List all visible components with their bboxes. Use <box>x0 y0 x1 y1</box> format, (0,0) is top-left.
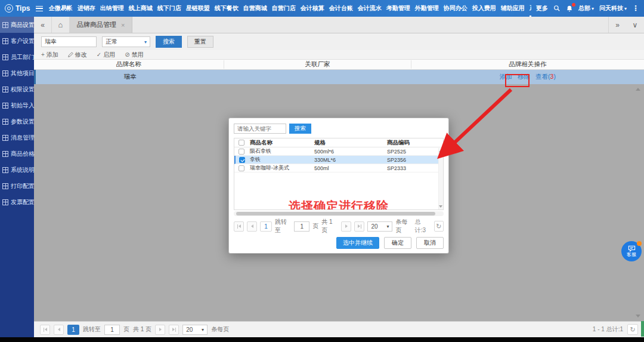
modal-vertical-scrollbar[interactable] <box>438 148 443 209</box>
nav-item-16[interactable]: 辅助应用 <box>501 0 525 17</box>
sidebar-item-invoice-config[interactable]: 发票配置 <box>0 194 34 210</box>
row-view-link[interactable]: 查看(3) <box>535 73 556 81</box>
nav-item-4[interactable]: 线下门店 <box>157 0 181 17</box>
nav-item-6[interactable]: 线下餐饮 <box>215 0 239 17</box>
brand: Tips <box>5 4 30 13</box>
modal-row-iced-americano[interactable]: 瑞幸咖啡-冰美式 500ml SP2333 <box>234 164 443 172</box>
close-icon[interactable]: × <box>121 21 125 29</box>
row-checkbox[interactable] <box>239 165 244 171</box>
jump-page-input[interactable] <box>104 325 120 335</box>
service-label: 客服 <box>627 252 636 257</box>
nav-item-2[interactable]: 出纳管理 <box>100 0 124 17</box>
scrollbar-down-icon[interactable] <box>439 205 442 208</box>
sidebar-item-product-settings[interactable]: 商品设置 <box>0 17 34 33</box>
tab-brand-product-management[interactable]: 品牌商品管理 × <box>70 17 132 33</box>
grid-icon <box>2 183 8 189</box>
modal-search-button[interactable]: 搜索 <box>289 124 311 134</box>
modal-search-row: 搜索 <box>234 122 444 134</box>
last-page-button[interactable] <box>169 325 179 335</box>
sidebar-item-parameter-settings[interactable]: 参数设置 <box>0 113 34 130</box>
nav-item-10[interactable]: 会计台账 <box>329 0 353 17</box>
add-button[interactable]: +添加 <box>41 51 58 59</box>
total-pages-label: 共 1 页 <box>133 325 151 334</box>
keyword-input[interactable] <box>41 36 97 47</box>
nav-item-11[interactable]: 会计流水 <box>358 0 382 17</box>
reset-button[interactable]: 重置 <box>187 36 213 48</box>
chevron-down-icon: ▾ <box>144 39 147 45</box>
search-icon[interactable] <box>553 5 561 12</box>
table-row-ruixing[interactable]: 瑞幸 添加 移除 查看(3) <box>34 70 644 84</box>
collapse-tabs-icon[interactable]: « <box>34 17 52 33</box>
edit-button[interactable]: 修改 <box>68 51 87 59</box>
per-page-select[interactable]: 20▾ <box>367 221 392 232</box>
row-actions: 添加 移除 查看(3) <box>411 73 644 81</box>
status-select[interactable]: 正常 ▾ <box>102 36 150 47</box>
sidebar-item-print-config[interactable]: 打印配置 <box>0 178 34 194</box>
customer-service-button[interactable]: 客服 <box>621 241 642 261</box>
row-remove-link[interactable]: 移除 <box>518 73 530 81</box>
prev-page-button[interactable] <box>54 325 64 335</box>
hamburger-menu-icon[interactable] <box>36 6 42 11</box>
expand-tabs-icon[interactable]: » <box>608 17 626 33</box>
nav-item-14[interactable]: 协同办公 <box>444 0 467 17</box>
modal-keyword-input[interactable] <box>234 124 286 134</box>
sidebar-item-customer-settings[interactable]: 客户设置 <box>0 33 34 49</box>
nav-item-5[interactable]: 星链联盟 <box>186 0 210 17</box>
home-icon[interactable]: ⌂ <box>52 17 70 33</box>
sidebar-item-product-price[interactable]: 商品价格 <box>0 146 34 162</box>
notification-bell-icon[interactable] <box>566 5 573 13</box>
sidebar-item-staff-dept[interactable]: 员工部门 <box>0 49 34 65</box>
cancel-button[interactable]: 取消 <box>416 237 444 249</box>
modal-row-meteorite-latte[interactable]: 陨石拿铁 500ml*6 SP2525 <box>234 147 443 156</box>
refresh-icon[interactable]: ↻ <box>434 221 444 232</box>
scrollbar-thumb[interactable] <box>236 212 435 215</box>
nav-item-system-management[interactable]: 系统管理 <box>530 0 531 17</box>
nav-item-15[interactable]: 投入费用 <box>472 0 496 17</box>
search-button[interactable]: 搜索 <box>156 36 182 48</box>
next-page-button[interactable] <box>155 325 165 335</box>
nav-item-0[interactable]: 企微易帐 <box>49 0 73 17</box>
row-checkbox-checked[interactable] <box>239 157 245 163</box>
more-vertical-icon[interactable]: ⋮ <box>632 4 639 13</box>
sidebar-item-initial-import[interactable]: 初始导入 <box>0 97 34 113</box>
modal-row-latte[interactable]: 拿铁 330ML*6 SP2356 <box>234 156 443 164</box>
company-dropdown[interactable]: 问天科技▾ <box>599 0 627 17</box>
nav-item-more[interactable]: 更多 <box>536 0 548 17</box>
grid-icon <box>2 54 8 60</box>
nav-item-12[interactable]: 考勤管理 <box>386 0 410 17</box>
refresh-icon[interactable]: ↻ <box>627 324 638 335</box>
current-page-button[interactable]: 1 <box>67 325 79 335</box>
confirm-button[interactable]: 确定 <box>384 237 411 249</box>
sidebar-item-message-management[interactable]: 消息管理 <box>0 130 34 146</box>
sidebar-item-other-projects[interactable]: 其他项目 <box>0 65 34 81</box>
scrollbar-up-icon[interactable] <box>439 150 442 152</box>
row-checkbox[interactable] <box>239 149 244 155</box>
disable-button[interactable]: ⊘禁用 <box>125 51 143 59</box>
nav-item-9[interactable]: 会计核算 <box>301 0 324 17</box>
scrollbar-up-icon[interactable] <box>636 88 640 91</box>
modal-horizontal-scrollbar[interactable] <box>234 211 444 216</box>
nav-item-1[interactable]: 进销存 <box>78 0 95 17</box>
sidebar-item-permission-settings[interactable]: 权限设置 <box>0 81 34 97</box>
last-page-button[interactable] <box>354 221 364 232</box>
next-page-button[interactable] <box>341 221 351 232</box>
sidebar-item-system-description[interactable]: 系统说明 <box>0 162 34 178</box>
hq-dropdown[interactable]: 总部▾ <box>578 0 594 17</box>
jump-page-input[interactable] <box>294 221 309 232</box>
nav-item-7[interactable]: 自营商城 <box>243 0 267 17</box>
enable-button[interactable]: ✓启用 <box>97 51 115 59</box>
current-page-button[interactable]: 1 <box>260 221 272 232</box>
select-and-continue-button[interactable]: 选中并继续 <box>336 237 379 249</box>
scrollbar-down-icon[interactable] <box>636 315 640 318</box>
nav-item-8[interactable]: 自营门店 <box>272 0 296 17</box>
first-page-button[interactable] <box>40 325 50 335</box>
first-page-button[interactable] <box>234 221 244 232</box>
nav-item-13[interactable]: 外勤管理 <box>415 0 439 17</box>
page-scrollbar-thumb[interactable] <box>641 321 644 337</box>
row-add-link[interactable]: 添加 <box>500 73 512 81</box>
select-all-checkbox[interactable] <box>239 140 244 146</box>
nav-item-3[interactable]: 线上商城 <box>129 0 153 17</box>
chevron-down-icon[interactable]: ∨ <box>626 17 644 33</box>
prev-page-button[interactable] <box>247 221 257 232</box>
per-page-select[interactable]: 20▾ <box>182 325 208 335</box>
